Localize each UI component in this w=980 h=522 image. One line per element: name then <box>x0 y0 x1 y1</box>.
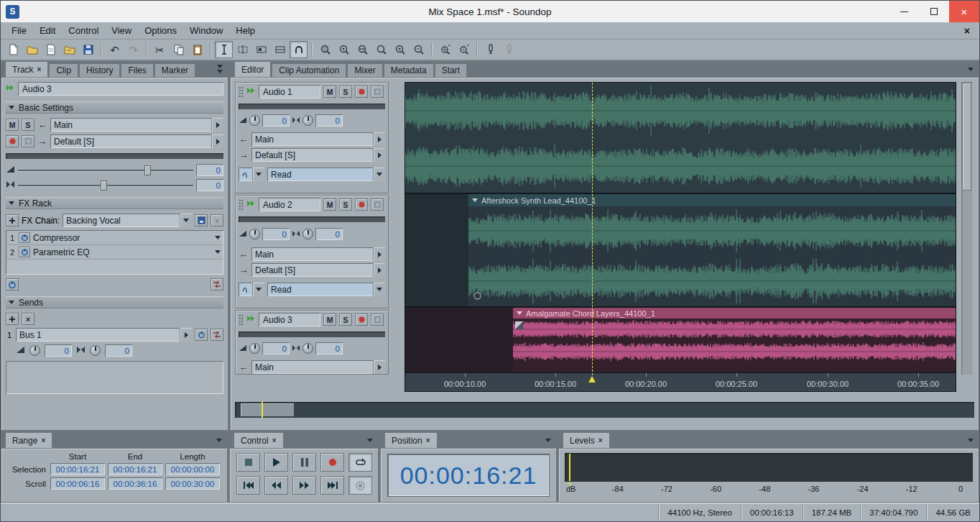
clip-header[interactable]: Amalgamate Chord Layers_44100_1 <box>513 308 956 319</box>
clip-fade-icon[interactable] <box>515 321 523 331</box>
clip-header[interactable]: Aftershock Synth Lead_44100_1 <box>468 194 956 206</box>
cut-icon[interactable]: ✂ <box>151 41 169 58</box>
mute-button[interactable]: M <box>6 119 19 131</box>
timeline-ruler[interactable]: 00:00:10.00 00:00:15.00 00:00:20.00 00:0… <box>405 372 956 391</box>
clip-loop-icon[interactable] <box>473 291 482 303</box>
right-arrow-icon[interactable] <box>373 247 385 261</box>
maximize-button[interactable] <box>919 1 949 22</box>
clip-menu-icon[interactable] <box>517 311 522 315</box>
close-icon[interactable]: × <box>37 66 42 73</box>
open-file-icon[interactable] <box>23 41 41 58</box>
record-arm-button[interactable] <box>355 198 368 211</box>
record-arm-button[interactable] <box>6 135 19 147</box>
input-bus-select[interactable]: Main <box>251 132 385 146</box>
mute-button[interactable]: M <box>323 198 336 211</box>
tab-overflow-icon[interactable] <box>217 65 223 73</box>
clip-menu-icon[interactable] <box>472 198 478 202</box>
solo-button[interactable]: S <box>22 119 34 131</box>
track-name-field[interactable]: Audio 3 <box>18 82 223 96</box>
fx-power-button[interactable] <box>19 232 30 243</box>
track-header-audio3[interactable]: Audio 3 M S 0 <box>235 310 389 375</box>
minimize-button[interactable] <box>889 1 919 22</box>
volume-value[interactable]: 0 <box>262 342 290 354</box>
object-selection-tool-icon[interactable] <box>252 41 270 58</box>
selection-length-value[interactable]: 00:00:00:00 <box>165 463 220 475</box>
save-icon[interactable] <box>79 41 97 58</box>
automation-shape-select[interactable] <box>239 283 264 296</box>
bend-tool-icon[interactable] <box>290 41 308 58</box>
pan-slider[interactable] <box>18 180 193 191</box>
track-header-audio2[interactable]: Audio 2 M S 0 <box>235 195 389 308</box>
volume-value[interactable]: 0 <box>262 228 290 240</box>
input-bus-select[interactable]: Main <box>251 247 385 261</box>
horizontal-scrollbar[interactable] <box>235 402 974 418</box>
track-name-field[interactable]: Audio 3 <box>259 313 320 326</box>
copy-icon[interactable] <box>170 41 188 58</box>
range-selection-tool-icon[interactable] <box>271 41 289 58</box>
play-button[interactable] <box>264 453 288 472</box>
tab-position[interactable]: Position× <box>384 432 438 448</box>
close-icon[interactable]: × <box>598 437 603 444</box>
scroll-length-value[interactable]: 00:00:30:00 <box>165 477 220 490</box>
track-header-audio1[interactable]: Audio 1 M S 0 <box>235 82 389 193</box>
track-lane-2[interactable]: Aftershock Synth Lead_44100_1 <box>405 194 956 308</box>
scroll-start-value[interactable]: 00:00:06:16 <box>50 477 105 490</box>
selection-end-value[interactable]: 00:00:16:21 <box>108 463 162 475</box>
pan-value[interactable]: 0 <box>315 342 343 354</box>
volume-slider-handle[interactable] <box>144 165 151 175</box>
send-target-select[interactable]: Bus 1 <box>16 328 192 342</box>
go-to-end-button[interactable] <box>320 476 344 495</box>
menubar-close-icon[interactable]: × <box>964 25 970 37</box>
close-button[interactable]: × <box>949 1 979 22</box>
save-fx-chain-button[interactable] <box>195 214 208 226</box>
tab-overflow-icon[interactable] <box>545 439 551 442</box>
stop-at-end-button[interactable] <box>348 476 372 495</box>
playhead-marker-icon[interactable] <box>588 376 596 383</box>
fx-row[interactable]: 2 Parametric EQ <box>6 245 223 260</box>
close-icon[interactable]: × <box>41 437 45 444</box>
tab-clip-automation[interactable]: Clip Automation <box>272 63 346 77</box>
fx-io-button[interactable] <box>211 278 223 290</box>
zoom-out-icon[interactable] <box>410 41 427 58</box>
automation-shape-select[interactable] <box>239 168 264 181</box>
menu-options[interactable]: Options <box>138 22 183 39</box>
tab-history[interactable]: History <box>79 63 120 77</box>
output-bus-select[interactable]: Default [S] <box>50 134 223 148</box>
right-arrow-icon[interactable] <box>180 328 192 342</box>
vertical-scrollbar-thumb[interactable] <box>962 83 971 191</box>
close-icon[interactable]: × <box>426 437 430 444</box>
right-arrow-icon[interactable] <box>211 134 223 148</box>
pan-slider-handle[interactable] <box>101 180 107 191</box>
send-pan-value[interactable]: 0 <box>105 344 132 357</box>
tab-mixer[interactable]: Mixer <box>347 63 382 77</box>
drag-grip-icon[interactable] <box>239 86 244 97</box>
clip-amalgamate[interactable]: Amalgamate Chord Layers_44100_1 <box>513 308 956 372</box>
automation-mode-select[interactable]: Read <box>267 168 385 181</box>
playhead-line[interactable] <box>592 83 593 375</box>
tab-range[interactable]: Range× <box>5 432 52 448</box>
tab-marker[interactable]: Marker <box>154 63 195 77</box>
tab-editor[interactable]: Editor <box>234 61 271 77</box>
go-to-start-button[interactable] <box>236 476 260 495</box>
clear-fx-chain-button[interactable]: × <box>211 214 223 226</box>
pan-value[interactable]: 0 <box>315 228 343 240</box>
drag-grip-icon[interactable] <box>239 199 244 210</box>
add-send-button[interactable] <box>6 313 19 325</box>
input-bus-select[interactable]: Main <box>251 360 385 374</box>
automation-mode-select[interactable]: Read <box>267 283 385 296</box>
clip-aftershock[interactable]: Aftershock Synth Lead_44100_1 <box>468 194 956 306</box>
monitor-button[interactable] <box>371 313 384 326</box>
zoom-selection-icon[interactable] <box>316 41 334 58</box>
scroll-end-value[interactable]: 00:00:36:16 <box>108 477 162 490</box>
send-power-button[interactable] <box>195 329 208 341</box>
open-session-icon[interactable] <box>60 41 78 58</box>
menu-help[interactable]: Help <box>229 22 262 39</box>
tab-start[interactable]: Start <box>435 63 467 77</box>
mute-button[interactable]: M <box>323 86 336 98</box>
send-level-value[interactable]: 0 <box>45 344 72 357</box>
tab-control[interactable]: Control× <box>234 432 284 448</box>
dropdown-arrow-icon[interactable] <box>373 283 385 296</box>
volume-value[interactable]: 0 <box>196 164 223 176</box>
pan-value[interactable]: 0 <box>196 179 223 191</box>
remove-send-button[interactable]: × <box>22 313 34 325</box>
